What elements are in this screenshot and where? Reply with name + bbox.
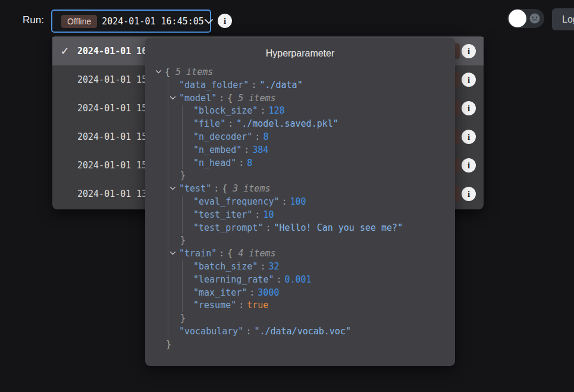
json-key: "resume" [193,300,236,311]
offline-badge: Offline [61,15,97,28]
json-string-value: "./data/vocab.voc" [254,326,351,337]
chevron-down-icon [204,18,214,24]
json-key: "test_prompt" [193,222,263,233]
json-key: "n_embed" [193,145,241,155]
theme-toggle[interactable] [507,9,544,28]
json-token: : [255,131,260,142]
json-close-brace: } [166,338,446,352]
list-item-label: 2024-01-01 15 [77,160,147,171]
json-number-value: 8 [263,131,268,142]
json-token: { [227,248,233,259]
caret-down-icon[interactable] [155,66,165,79]
json-token: : [260,105,265,116]
json-token: : [228,118,233,129]
json-property-line: "file":"./model.saved.pkl" [193,118,446,131]
caret-down-icon[interactable] [170,92,179,105]
json-key: "test" [179,183,211,194]
json-token: } [180,313,186,324]
check-icon: ✓ [59,45,70,58]
json-number-value: 10 [263,209,274,220]
json-property-line: "data_folder":"./data" [179,79,446,92]
json-number-value: 128 [268,105,284,116]
json-object-line: "train":{4 items [170,247,446,261]
list-item-info-button info-icon[interactable]: i [462,158,476,173]
json-property-line: "batch_size":32 [193,261,446,274]
json-property-line: "test_prompt":"Hello! Can you see me?" [193,222,446,235]
json-property-line: "n_decoder":8 [193,131,446,144]
list-item-info-button info-icon[interactable]: i [462,187,476,201]
json-token: { [165,67,170,77]
json-token: : [255,209,260,220]
json-close-brace: } [180,170,446,183]
json-property-line: "max_iter":3000 [193,287,446,300]
json-number-value: 32 [268,261,279,272]
json-token: : [276,274,281,285]
json-tree: {5 items"data_folder":"./data""model":{5… [145,59,455,352]
run-select-value: 2024-01-01 16:45:05 [102,16,204,27]
run-label: Run: [23,14,44,26]
json-bool-value: true [247,300,268,311]
json-string-value: "./data" [259,80,302,90]
json-key: "file" [193,118,225,129]
json-property-line: "test_iter":10 [193,209,446,222]
json-key: "model" [179,93,217,104]
json-token: { [227,93,233,104]
json-key: "n_head" [193,158,236,168]
json-items-count: 3 items [233,183,270,194]
json-token: : [219,248,224,259]
json-key: "batch_size" [193,261,258,272]
run-select[interactable]: Offline 2024-01-01 16:45:05 [51,10,211,33]
json-property-line: "vocabulary":"./data/vocab.voc" [179,325,446,338]
json-token: : [246,326,251,337]
json-token: } [180,170,186,181]
json-property-line: "eval_frequency":100 [193,196,446,209]
list-item-info-button info-icon[interactable]: i [462,130,476,144]
list-item-label: 2024-01-01 15 [77,103,147,114]
caret-down-icon[interactable] [170,247,179,261]
list-item-label: 2024-01-01 15 [77,74,147,85]
json-number-value: 0.001 [285,274,312,285]
json-property-line: "n_embed":384 [193,144,446,157]
list-item-info-button info-icon[interactable]: i [462,73,476,87]
json-string-value: "./model.saved.pkl" [236,118,338,129]
json-token: } [166,339,171,350]
json-object-line: "test":{3 items [170,183,446,196]
toggle-knob [509,10,526,27]
json-key: "block_size" [193,105,258,116]
json-number-value: 3000 [258,287,279,298]
hyperparameter-popover: Hyperparameter {5 items"data_folder":"./… [145,38,455,366]
json-token: : [244,145,249,155]
json-key: "learning_rate" [193,274,274,285]
json-property-line: "n_head":8 [193,157,446,170]
log-button[interactable]: Log [552,8,574,30]
json-items-count: 5 items [238,93,275,104]
json-key: "test_iter" [193,209,252,220]
caret-down-icon[interactable] [170,183,179,196]
json-property-line: "block_size":128 [193,105,446,118]
json-children: "block_size":128"file":"./model.saved.pk… [182,105,446,170]
json-key: "eval_frequency" [193,196,280,207]
list-item-info-button info-icon[interactable]: i [462,44,476,58]
json-token: : [265,222,271,233]
json-object-line: "model":{5 items [170,92,446,105]
json-key: "train" [179,248,217,259]
json-object-line: {5 items [155,66,446,79]
json-key: "vocabulary" [179,326,243,337]
json-children: "data_folder":"./data""model":{5 items"b… [168,79,446,338]
json-key: "n_decoder" [193,131,252,142]
json-items-count: 4 items [238,248,275,259]
list-item-label: 2024-01-01 15 [77,131,147,142]
json-token: : [214,183,219,194]
json-token: : [260,261,265,272]
list-item-info-button info-icon[interactable]: i [462,101,476,115]
json-children: "eval_frequency":100"test_iter":10"test_… [182,196,446,234]
popover-title: Hyperparameter [145,38,455,59]
json-items-count: 5 items [175,67,213,77]
json-key: "data_folder" [179,80,249,90]
json-string-value: "Hello! Can you see me?" [274,222,403,233]
json-number-value: 384 [252,145,268,155]
run-info-button info-icon[interactable]: i [218,14,232,28]
json-close-brace: } [180,234,446,247]
json-key: "max_iter" [193,287,247,298]
json-property-line: "learning_rate":0.001 [193,274,446,287]
